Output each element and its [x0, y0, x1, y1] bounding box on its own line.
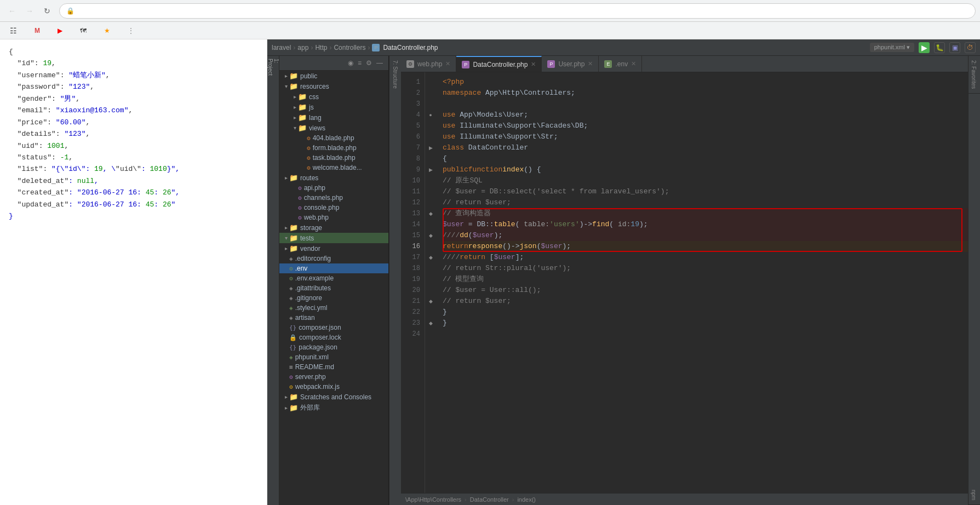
- json-display: { "id": 19, "username": "蜡笔小新", "passwor…: [9, 46, 258, 222]
- bookmark-maps[interactable]: 🗺: [77, 26, 92, 36]
- coverage-button[interactable]: ▣: [949, 42, 960, 53]
- token-op: (: [515, 219, 524, 230]
- tree-file--editorconfig[interactable]: ◈ .editorconfig: [279, 254, 388, 263]
- tab-datacontroller[interactable]: P DataController.php ✕: [456, 56, 542, 72]
- tree-folder-resources[interactable]: ▾ 📁 resources: [279, 81, 388, 91]
- tree-action-locate[interactable]: ◉: [347, 58, 354, 68]
- code-line-23: }: [443, 318, 968, 329]
- tab-env-close[interactable]: ✕: [631, 60, 636, 67]
- tree-file-artisan[interactable]: ◈ artisan: [279, 313, 388, 323]
- tree-file--gitignore[interactable]: ◈ .gitignore: [279, 293, 388, 303]
- file-type-icon: ⚙: [289, 265, 293, 272]
- folder-arrow-icon: ▾: [283, 83, 289, 89]
- tree-action-settings[interactable]: ⚙: [365, 58, 373, 68]
- tab-env[interactable]: E .env ✕: [599, 56, 642, 72]
- bookmark-other[interactable]: ⋮: [124, 26, 140, 36]
- tree-folder-外部库[interactable]: ▸ 📁 外部库: [279, 402, 388, 414]
- gutter-15: ◆: [425, 230, 436, 241]
- tab-web-php[interactable]: ⚙ web.php ✕: [401, 56, 456, 72]
- tree-folder-routes[interactable]: ▸ 📁 routes: [279, 173, 388, 183]
- tree-file--env[interactable]: ⚙ .env: [279, 263, 388, 273]
- tree-action-collapse[interactable]: ≡: [357, 58, 363, 68]
- tree-file-channels-php[interactable]: ⚙ channels.php: [279, 193, 388, 203]
- tab-datacontroller-close[interactable]: ✕: [531, 61, 536, 68]
- tree-folder-tests[interactable]: ▾ 📁 tests: [279, 233, 388, 243]
- tree-folder-js[interactable]: ▸ 📁 js: [279, 102, 388, 112]
- tree-file--env-example[interactable]: ⚙ .env.example: [279, 273, 388, 283]
- token-var: $user: [494, 252, 515, 263]
- forward-button[interactable]: →: [22, 3, 37, 19]
- tree-file-phpunit-xml[interactable]: ◈ phpunit.xml: [279, 352, 388, 362]
- tree-folder-css[interactable]: ▸ 📁 css: [279, 91, 388, 102]
- line-num-14: 14: [401, 219, 425, 230]
- tab-user-php[interactable]: P User.php ✕: [542, 56, 599, 72]
- file-type-icon: ⚙: [298, 214, 302, 221]
- gutter-marker-13: ◆: [429, 211, 433, 216]
- tree-file-console-php[interactable]: ⚙ console.php: [279, 203, 388, 213]
- tree-folder-scratches-and-consoles[interactable]: ▸ 📁 Scratches and Consoles: [279, 392, 388, 402]
- folder-arrow-icon: ▸: [283, 225, 289, 231]
- folder-arrow-icon: ▸: [291, 104, 298, 110]
- tree-file--styleci-yml[interactable]: ◈ .styleci.yml: [279, 303, 388, 313]
- phpunit-dropdown[interactable]: phpunit.xml ▾: [870, 43, 914, 52]
- back-button[interactable]: ←: [4, 3, 20, 19]
- tree-folder-storage[interactable]: ▸ 📁 storage: [279, 222, 388, 233]
- json-response: { "id": 19, "username": "蜡笔小新", "passwor…: [9, 46, 258, 222]
- folder-label: Scratches and Consoles: [300, 393, 371, 401]
- tab-web-php-close[interactable]: ✕: [445, 60, 450, 67]
- line-num-18: 18: [401, 263, 425, 274]
- line-num-21: 21: [401, 296, 425, 307]
- token-comment: // 查询构造器: [443, 208, 491, 219]
- tree-file-task-blade-php[interactable]: ⚙ task.blade.php: [279, 153, 388, 163]
- tree-folder-public[interactable]: ▸ 📁 public: [279, 71, 388, 81]
- file-type-icon: ◈: [289, 314, 293, 322]
- folder-label: resources: [300, 83, 329, 90]
- tree-action-minimize[interactable]: —: [375, 58, 384, 68]
- bookmark-gmail[interactable]: M: [31, 26, 45, 36]
- gutter-4: ●: [425, 110, 436, 120]
- bookmark-study[interactable]: ★: [101, 26, 116, 36]
- tree-file-404-blade-php[interactable]: ⚙ 404.blade.php: [279, 133, 388, 143]
- tree-folder-views[interactable]: ▾ 📁 views: [279, 123, 388, 133]
- tree-file-api-php[interactable]: ⚙ api.php: [279, 183, 388, 193]
- breadcrumb-controllers: Controllers: [334, 44, 365, 51]
- bookmark-youtube[interactable]: ▶: [54, 26, 68, 36]
- token-comment: //: [443, 186, 455, 197]
- tree-folder-vendor[interactable]: ▸ 📁 vendor: [279, 243, 388, 254]
- tree-file-webpack-mix-js[interactable]: ⚙ webpack.mix.js: [279, 382, 388, 392]
- tree-folder-lang[interactable]: ▸ 📁 lang: [279, 112, 388, 123]
- structure-panel-label[interactable]: 7: Structure: [390, 56, 400, 93]
- bookmark-apps[interactable]: ☷: [7, 25, 22, 36]
- tree-file-welcome-blade-[interactable]: ⚙ welcome.blade...: [279, 163, 388, 173]
- token-var: $user: [541, 241, 562, 252]
- sidebar-project-icon[interactable]: 1: Project: [267, 60, 280, 74]
- tree-file-form-blade-php[interactable]: ⚙ form.blade.php: [279, 143, 388, 153]
- tree-file-server-php[interactable]: ⚙ server.php: [279, 372, 388, 382]
- token-kw: return: [443, 241, 468, 252]
- debug-button[interactable]: 🐛: [934, 42, 945, 53]
- study-icon: ★: [104, 27, 110, 35]
- token-kw: public: [443, 164, 468, 175]
- side-tab-favorites[interactable]: 2: Favorites: [968, 56, 980, 94]
- tree-file-composer-json[interactable]: {} composer.json: [279, 323, 388, 332]
- token-php-tag: <?php: [443, 77, 464, 88]
- tab-user-php-close[interactable]: ✕: [588, 60, 593, 67]
- token-op: }: [443, 318, 447, 329]
- tree-file-package-json[interactable]: {} package.json: [279, 342, 388, 352]
- tree-file-readme-md[interactable]: ≡ README.md: [279, 362, 388, 372]
- reload-button[interactable]: ↻: [39, 3, 55, 19]
- run-button[interactable]: ▶: [919, 42, 930, 53]
- tree-file-composer-lock[interactable]: 🔒 composer.lock: [279, 332, 388, 342]
- tab-env-label: .env: [615, 60, 628, 68]
- file-label: composer.json: [299, 324, 341, 331]
- tree-file-web-php[interactable]: ⚙ web.php: [279, 213, 388, 222]
- code-editor[interactable]: 123456789101112131415161718192021222324 …: [401, 72, 968, 493]
- tree-file--gitattributes[interactable]: ◈ .gitattributes: [279, 283, 388, 293]
- folder-icon: 📁: [298, 124, 307, 132]
- line-num-2: 2: [401, 88, 425, 99]
- code-line-2: namespace App\Http\Controllers;: [443, 88, 968, 99]
- address-bar[interactable]: 🔒: [59, 3, 976, 19]
- side-tab-npm[interactable]: npm: [968, 485, 980, 505]
- file-tree-header: ◉ ≡ ⚙ —: [279, 56, 388, 71]
- profile-button[interactable]: ⏱: [965, 42, 976, 53]
